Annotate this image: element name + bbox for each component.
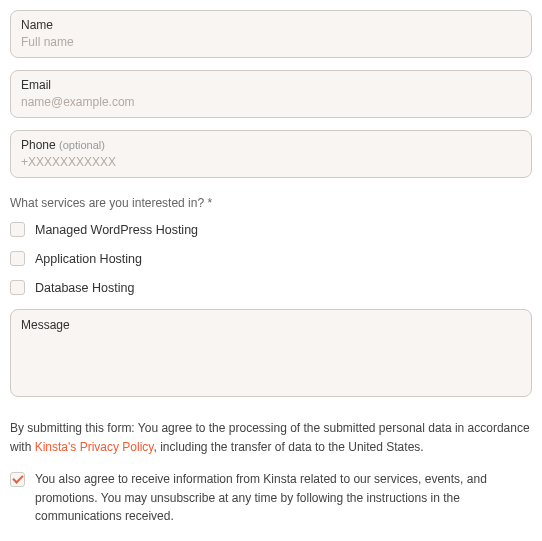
phone-label: Phone (optional) <box>21 138 521 152</box>
checkbox-label-database-hosting: Database Hosting <box>35 281 134 295</box>
services-question: What services are you interested in? * <box>10 196 532 210</box>
agree-row[interactable]: You also agree to receive information fr… <box>10 470 532 526</box>
consent-text: By submitting this form: You agree to th… <box>10 419 532 456</box>
service-option-database-hosting[interactable]: Database Hosting <box>10 280 532 295</box>
phone-optional-text: (optional) <box>59 139 105 151</box>
email-field[interactable]: Email <box>10 70 532 118</box>
phone-field[interactable]: Phone (optional) <box>10 130 532 178</box>
agree-checkbox[interactable] <box>10 472 25 487</box>
message-label: Message <box>21 318 521 332</box>
email-label: Email <box>21 78 521 92</box>
name-field[interactable]: Name <box>10 10 532 58</box>
consent-suffix: , including the transfer of data to the … <box>153 440 423 454</box>
checkbox-database-hosting[interactable] <box>10 280 25 295</box>
privacy-policy-link[interactable]: Kinsta's Privacy Policy <box>35 440 154 454</box>
name-label: Name <box>21 18 521 32</box>
phone-input[interactable] <box>21 155 521 169</box>
phone-label-text: Phone <box>21 138 56 152</box>
checkbox-label-application-hosting: Application Hosting <box>35 252 142 266</box>
service-option-managed-wordpress[interactable]: Managed WordPress Hosting <box>10 222 532 237</box>
service-option-application-hosting[interactable]: Application Hosting <box>10 251 532 266</box>
message-field[interactable]: Message <box>10 309 532 397</box>
checkbox-label-managed-wordpress: Managed WordPress Hosting <box>35 223 198 237</box>
name-input[interactable] <box>21 35 521 49</box>
agree-text: You also agree to receive information fr… <box>35 470 532 526</box>
checkbox-application-hosting[interactable] <box>10 251 25 266</box>
checkbox-managed-wordpress[interactable] <box>10 222 25 237</box>
email-input[interactable] <box>21 95 521 109</box>
